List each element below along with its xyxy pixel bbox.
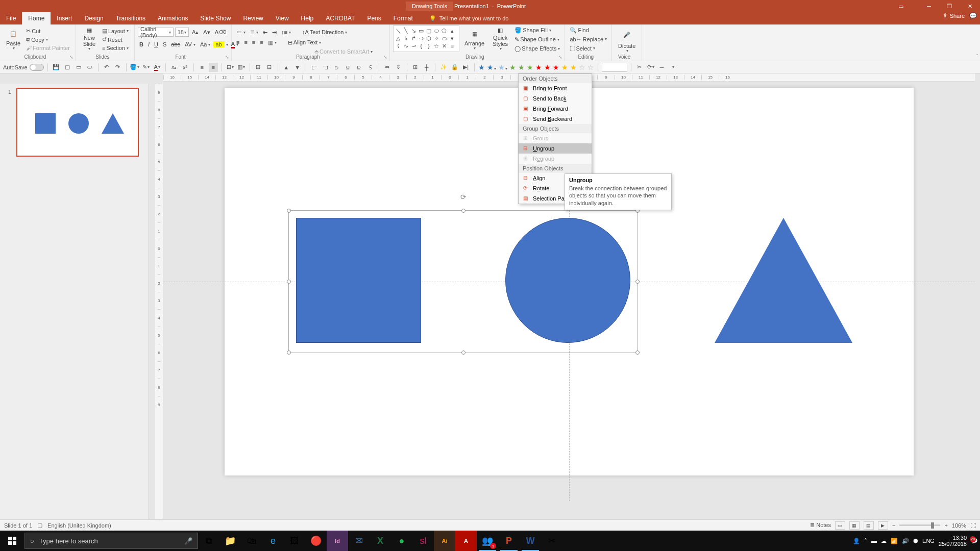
redo-button[interactable]: ↷ (113, 63, 122, 72)
select-button[interactable]: ⬚Select▾ (568, 44, 608, 52)
shape-effects-button[interactable]: ◯Shape Effects▾ (513, 45, 561, 53)
start-button[interactable] (0, 531, 24, 551)
align-left-button[interactable]: ≡ (235, 39, 241, 46)
resize-handle-s[interactable] (461, 350, 465, 355)
collapse-ribbon-button[interactable]: ˆ (976, 54, 978, 60)
selection-box[interactable]: ⟳ (288, 210, 638, 353)
language-status[interactable]: English (United Kingdom) (47, 522, 111, 529)
snipping-icon[interactable]: ✂ (541, 531, 562, 551)
underline-button[interactable]: U (153, 41, 160, 48)
qat-wand[interactable]: ✨ (439, 63, 448, 72)
font-size-combo[interactable]: 18▾ (175, 28, 189, 37)
font-name-combo[interactable]: Calibri (Body)▾ (138, 28, 174, 37)
shape-outline-button[interactable]: ✎Shape Outline▾ (513, 36, 561, 43)
reset-button[interactable]: ↺Reset (101, 36, 130, 43)
normal-view-button[interactable]: ▭ (835, 521, 845, 530)
battery-icon[interactable]: ▬ (871, 538, 877, 544)
font-launcher[interactable]: ⤡ (225, 55, 230, 60)
accessibility-icon[interactable]: ▢ (37, 522, 42, 529)
task-view-button[interactable]: ⧉ (198, 531, 219, 551)
keyboard-lang[interactable]: ENG (922, 538, 935, 544)
star-grey-1[interactable]: ☆ (579, 63, 585, 71)
wifi-icon[interactable]: 📶 (891, 538, 898, 544)
replace-button[interactable]: ab↔Replace▾ (568, 36, 608, 43)
microphone-icon[interactable]: 🎤 (184, 537, 192, 545)
spotify-icon[interactable]: ● (391, 531, 412, 551)
qat-play[interactable]: ▶| (461, 63, 471, 72)
undo-button[interactable]: ↶ (102, 63, 111, 72)
onedrive-icon[interactable]: ☁ (881, 538, 887, 544)
increase-indent-button[interactable]: ⇥ (271, 29, 278, 36)
minimize-button[interactable]: ─ (919, 0, 939, 12)
tab-pens[interactable]: Pens (361, 12, 387, 24)
clipboard-launcher[interactable]: ⤡ (69, 55, 75, 60)
send-to-back-item[interactable]: ▢Send to Back (519, 93, 592, 104)
qat-btn-2[interactable]: ▭ (74, 63, 83, 72)
zoom-level[interactable]: 106% (952, 522, 966, 529)
line-spacing-button[interactable]: ↕≡▾ (280, 29, 292, 36)
qat-lock[interactable]: 🔒 (450, 63, 459, 72)
qat-outline-button[interactable]: ✎▾ (141, 63, 151, 72)
taskbar-clock[interactable]: 13:30 25/07/2018 (939, 535, 967, 547)
slideshow-view-button[interactable]: ▶ (878, 521, 888, 530)
align-right-button[interactable]: ≡ (251, 39, 257, 46)
qat-align-objects-c[interactable]: ⫎ (321, 63, 330, 72)
numbering-button[interactable]: ≣▾ (249, 29, 260, 36)
acrobat-icon[interactable]: A (455, 531, 477, 551)
photos-icon[interactable]: 🖼 (284, 531, 305, 551)
qat-customize[interactable]: ▾ (669, 63, 678, 72)
send-backward-item[interactable]: ▢Send Backward (519, 114, 592, 124)
fit-window-button[interactable]: ⛶ (970, 522, 976, 529)
tab-file[interactable]: File (0, 12, 22, 24)
star-blue-2[interactable]: ★▾ (487, 63, 496, 71)
qat-align-objects-r[interactable]: ⫐ (332, 63, 341, 72)
qat-grid[interactable]: ⊞ (411, 63, 420, 72)
shape-fill-button[interactable]: 🪣Shape Fill▾ (513, 27, 561, 34)
close-button[interactable]: ✕ (960, 0, 980, 12)
resize-handle-nw[interactable] (287, 209, 291, 213)
star-blue-1[interactable]: ★ (478, 63, 485, 71)
bold-button[interactable]: B (138, 41, 145, 48)
qat-group[interactable]: ⊞ (254, 63, 263, 72)
save-button[interactable]: 💾 (52, 63, 61, 72)
format-painter-button[interactable]: 🖌Format Painter (24, 44, 71, 52)
comments-button[interactable]: 💬 (969, 12, 977, 19)
qat-align-objects-t[interactable]: ⫑ (344, 63, 353, 72)
qat-align-objects-b[interactable]: ⫓ (366, 63, 375, 72)
tell-me-search[interactable]: 💡 Tell me what you want to do (429, 12, 509, 24)
sorter-view-button[interactable]: ▦ (849, 521, 860, 530)
qat-oval-button[interactable]: ⬭ (85, 63, 94, 72)
resize-handle-se[interactable] (635, 350, 640, 355)
bring-to-front-item[interactable]: ▣Bring to Front (519, 83, 592, 93)
star-lightblue[interactable]: ★▾ (498, 63, 507, 71)
excel-icon[interactable]: X (370, 531, 391, 551)
qat-align-objects-l[interactable]: ⫍ (310, 63, 319, 72)
quick-styles-button[interactable]: ◧ Quick Styles▾ (489, 26, 511, 53)
star-green-2[interactable]: ★ (518, 63, 525, 71)
tab-animations[interactable]: Animations (152, 12, 194, 24)
indesign-icon[interactable]: Id (327, 531, 348, 551)
powerpoint-icon[interactable]: P (498, 531, 520, 551)
star-red-3[interactable]: ★ (553, 63, 559, 71)
resize-handle-w[interactable] (287, 280, 291, 284)
align-text-button[interactable]: ⊟Align Text▾ (286, 39, 323, 46)
text-direction-button[interactable]: ↕AText Direction▾ (301, 29, 349, 36)
qat-more[interactable]: ─ (657, 63, 667, 72)
star-orange-1[interactable]: ★ (561, 63, 568, 71)
chrome-icon[interactable]: 🔴 (305, 531, 327, 551)
find-button[interactable]: 🔍Find (568, 27, 608, 34)
spacing-button[interactable]: AV▾ (183, 41, 197, 48)
rotation-handle[interactable]: ⟳ (460, 193, 467, 201)
file-explorer-icon[interactable]: 📁 (219, 531, 241, 551)
qat-superscript[interactable]: x² (181, 63, 190, 72)
bullets-button[interactable]: ≔▾ (235, 29, 247, 36)
qat-subscript[interactable]: x₂ (169, 63, 179, 72)
shadow-button[interactable]: S (161, 41, 168, 48)
ribbon-display-options-icon[interactable]: ▭ (896, 3, 906, 10)
align-center-button[interactable]: ≡ (242, 39, 249, 46)
arrange-button[interactable]: ▦ Arrange▾ (461, 26, 487, 53)
columns-button[interactable]: ▥▾ (266, 39, 278, 46)
outlook-icon[interactable]: ✉ (348, 531, 370, 551)
tab-transitions[interactable]: Transitions (110, 12, 152, 24)
zoom-out-button[interactable]: − (892, 522, 895, 529)
